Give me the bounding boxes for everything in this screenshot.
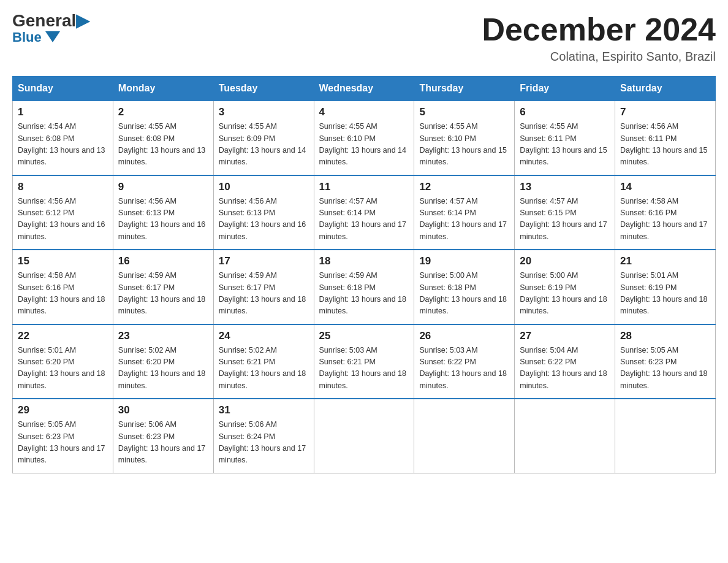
day-number: 23	[118, 330, 208, 342]
column-header-sunday: Sunday	[13, 77, 113, 101]
day-number: 22	[18, 330, 108, 342]
day-info: Sunrise: 5:02 AM Sunset: 6:20 PM Dayligh…	[118, 345, 208, 393]
week-row-4: 22 Sunrise: 5:01 AM Sunset: 6:20 PM Dayl…	[13, 324, 716, 399]
logo-general-text: General▶	[12, 12, 89, 29]
day-number: 30	[118, 404, 208, 416]
calendar-cell: 16 Sunrise: 4:59 AM Sunset: 6:17 PM Dayl…	[113, 250, 213, 324]
day-info: Sunrise: 4:58 AM Sunset: 6:16 PM Dayligh…	[620, 196, 710, 243]
calendar-cell: 15 Sunrise: 4:58 AM Sunset: 6:16 PM Dayl…	[13, 250, 113, 324]
calendar-cell: 3 Sunrise: 4:55 AM Sunset: 6:09 PM Dayli…	[213, 101, 314, 175]
day-info: Sunrise: 5:06 AM Sunset: 6:24 PM Dayligh…	[219, 419, 309, 467]
day-info: Sunrise: 4:59 AM Sunset: 6:17 PM Dayligh…	[219, 270, 309, 318]
day-info: Sunrise: 4:56 AM Sunset: 6:11 PM Dayligh…	[620, 121, 710, 169]
column-header-tuesday: Tuesday	[213, 77, 314, 101]
day-number: 2	[118, 106, 208, 118]
day-info: Sunrise: 4:55 AM Sunset: 6:08 PM Dayligh…	[118, 121, 208, 169]
day-number: 18	[319, 255, 409, 267]
day-number: 27	[520, 330, 610, 342]
day-info: Sunrise: 4:55 AM Sunset: 6:11 PM Dayligh…	[520, 121, 610, 169]
day-number: 16	[118, 255, 208, 267]
column-header-friday: Friday	[515, 77, 615, 101]
calendar-cell: 10 Sunrise: 4:56 AM Sunset: 6:13 PM Dayl…	[213, 175, 314, 250]
day-info: Sunrise: 5:05 AM Sunset: 6:23 PM Dayligh…	[18, 419, 108, 467]
week-row-3: 15 Sunrise: 4:58 AM Sunset: 6:16 PM Dayl…	[13, 250, 716, 324]
location-text: Colatina, Espirito Santo, Brazil	[482, 50, 716, 64]
day-number: 19	[419, 255, 509, 267]
calendar-cell: 12 Sunrise: 4:57 AM Sunset: 6:14 PM Dayl…	[414, 175, 515, 250]
day-number: 31	[219, 404, 309, 416]
day-info: Sunrise: 5:00 AM Sunset: 6:18 PM Dayligh…	[419, 270, 509, 318]
day-number: 5	[419, 106, 509, 118]
logo: General▶ Blue	[12, 12, 89, 45]
day-info: Sunrise: 4:55 AM Sunset: 6:09 PM Dayligh…	[219, 121, 309, 169]
day-info: Sunrise: 5:01 AM Sunset: 6:19 PM Dayligh…	[620, 270, 710, 318]
column-header-wednesday: Wednesday	[314, 77, 414, 101]
day-info: Sunrise: 4:57 AM Sunset: 6:14 PM Dayligh…	[319, 196, 409, 243]
calendar-cell	[314, 399, 414, 473]
day-info: Sunrise: 4:57 AM Sunset: 6:14 PM Dayligh…	[419, 196, 509, 243]
calendar-cell: 27 Sunrise: 5:04 AM Sunset: 6:22 PM Dayl…	[515, 324, 615, 399]
day-number: 12	[419, 181, 509, 193]
calendar-cell: 29 Sunrise: 5:05 AM Sunset: 6:23 PM Dayl…	[13, 399, 113, 473]
day-number: 28	[620, 330, 710, 342]
calendar-cell: 28 Sunrise: 5:05 AM Sunset: 6:23 PM Dayl…	[615, 324, 716, 399]
day-number: 11	[319, 181, 409, 193]
day-info: Sunrise: 4:56 AM Sunset: 6:12 PM Dayligh…	[18, 196, 108, 243]
day-number: 15	[18, 255, 108, 267]
calendar-cell: 19 Sunrise: 5:00 AM Sunset: 6:18 PM Dayl…	[414, 250, 515, 324]
day-info: Sunrise: 5:02 AM Sunset: 6:21 PM Dayligh…	[219, 345, 309, 393]
day-info: Sunrise: 4:55 AM Sunset: 6:10 PM Dayligh…	[419, 121, 509, 169]
calendar-cell	[515, 399, 615, 473]
day-number: 13	[520, 181, 610, 193]
day-number: 26	[419, 330, 509, 342]
day-info: Sunrise: 5:00 AM Sunset: 6:19 PM Dayligh…	[520, 270, 610, 318]
day-info: Sunrise: 4:57 AM Sunset: 6:15 PM Dayligh…	[520, 196, 610, 243]
calendar-cell: 24 Sunrise: 5:02 AM Sunset: 6:21 PM Dayl…	[213, 324, 314, 399]
week-row-2: 8 Sunrise: 4:56 AM Sunset: 6:12 PM Dayli…	[13, 175, 716, 250]
calendar-cell: 25 Sunrise: 5:03 AM Sunset: 6:21 PM Dayl…	[314, 324, 414, 399]
calendar-cell: 8 Sunrise: 4:56 AM Sunset: 6:12 PM Dayli…	[13, 175, 113, 250]
day-number: 9	[118, 181, 208, 193]
calendar-cell: 21 Sunrise: 5:01 AM Sunset: 6:19 PM Dayl…	[615, 250, 716, 324]
page-header: General▶ Blue December 2024 Colatina, Es…	[12, 12, 716, 64]
day-number: 21	[620, 255, 710, 267]
calendar-cell: 18 Sunrise: 4:59 AM Sunset: 6:18 PM Dayl…	[314, 250, 414, 324]
week-row-1: 1 Sunrise: 4:54 AM Sunset: 6:08 PM Dayli…	[13, 101, 716, 175]
calendar-cell: 20 Sunrise: 5:00 AM Sunset: 6:19 PM Dayl…	[515, 250, 615, 324]
calendar-cell: 30 Sunrise: 5:06 AM Sunset: 6:23 PM Dayl…	[113, 399, 213, 473]
day-info: Sunrise: 4:54 AM Sunset: 6:08 PM Dayligh…	[18, 121, 108, 169]
day-info: Sunrise: 5:06 AM Sunset: 6:23 PM Dayligh…	[118, 419, 208, 467]
calendar-cell: 23 Sunrise: 5:02 AM Sunset: 6:20 PM Dayl…	[113, 324, 213, 399]
day-number: 8	[18, 181, 108, 193]
calendar-cell: 14 Sunrise: 4:58 AM Sunset: 6:16 PM Dayl…	[615, 175, 716, 250]
day-info: Sunrise: 4:59 AM Sunset: 6:17 PM Dayligh…	[118, 270, 208, 318]
calendar-cell: 9 Sunrise: 4:56 AM Sunset: 6:13 PM Dayli…	[113, 175, 213, 250]
day-info: Sunrise: 4:59 AM Sunset: 6:18 PM Dayligh…	[319, 270, 409, 318]
logo-blue-text: Blue	[12, 29, 60, 45]
calendar-cell: 1 Sunrise: 4:54 AM Sunset: 6:08 PM Dayli…	[13, 101, 113, 175]
calendar-cell: 13 Sunrise: 4:57 AM Sunset: 6:15 PM Dayl…	[515, 175, 615, 250]
column-header-saturday: Saturday	[615, 77, 716, 101]
day-number: 1	[18, 106, 108, 118]
column-header-monday: Monday	[113, 77, 213, 101]
calendar-cell	[615, 399, 716, 473]
day-number: 25	[319, 330, 409, 342]
calendar-table: SundayMondayTuesdayWednesdayThursdayFrid…	[12, 76, 716, 473]
day-info: Sunrise: 5:03 AM Sunset: 6:22 PM Dayligh…	[419, 345, 509, 393]
calendar-cell: 7 Sunrise: 4:56 AM Sunset: 6:11 PM Dayli…	[615, 101, 716, 175]
day-number: 4	[319, 106, 409, 118]
day-info: Sunrise: 4:58 AM Sunset: 6:16 PM Dayligh…	[18, 270, 108, 318]
column-header-thursday: Thursday	[414, 77, 515, 101]
day-number: 20	[520, 255, 610, 267]
day-info: Sunrise: 5:05 AM Sunset: 6:23 PM Dayligh…	[620, 345, 710, 393]
day-info: Sunrise: 4:56 AM Sunset: 6:13 PM Dayligh…	[118, 196, 208, 243]
day-number: 24	[219, 330, 309, 342]
day-number: 17	[219, 255, 309, 267]
day-number: 14	[620, 181, 710, 193]
title-block: December 2024 Colatina, Espirito Santo, …	[482, 12, 716, 64]
calendar-cell: 5 Sunrise: 4:55 AM Sunset: 6:10 PM Dayli…	[414, 101, 515, 175]
calendar-header-row: SundayMondayTuesdayWednesdayThursdayFrid…	[13, 77, 716, 101]
day-number: 29	[18, 404, 108, 416]
day-number: 6	[520, 106, 610, 118]
calendar-cell: 22 Sunrise: 5:01 AM Sunset: 6:20 PM Dayl…	[13, 324, 113, 399]
